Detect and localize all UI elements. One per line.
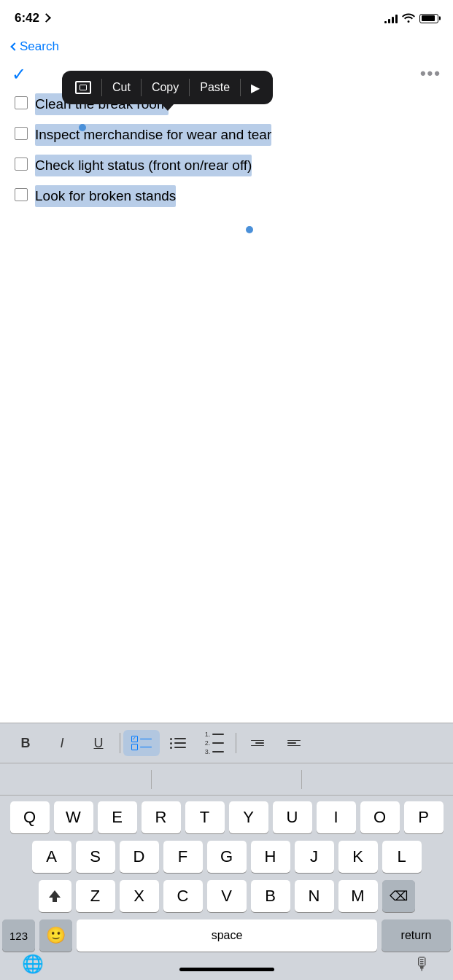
- delete-button[interactable]: ⌫: [382, 880, 415, 912]
- indent-left-icon: [251, 740, 264, 747]
- wifi-icon: [402, 12, 415, 25]
- key-Q[interactable]: Q: [10, 801, 50, 833]
- status-icons: [384, 12, 438, 25]
- item-text-4: Look for broken stands: [35, 185, 176, 207]
- indent-right-icon: [287, 740, 301, 747]
- microphone-icon[interactable]: 🎙: [414, 954, 431, 974]
- key-row-2: A S D F G H J K L: [2, 841, 451, 873]
- numbers-button[interactable]: 123: [2, 919, 35, 952]
- key-O[interactable]: O: [360, 801, 400, 833]
- key-M[interactable]: M: [338, 880, 378, 912]
- suggestion-1[interactable]: [1, 763, 151, 795]
- copy-button[interactable]: Copy: [142, 75, 189, 100]
- suggestion-3[interactable]: [302, 763, 452, 795]
- key-row-1: Q W E R T Y U I O P: [2, 801, 451, 833]
- key-Z[interactable]: Z: [76, 880, 115, 912]
- shift-button[interactable]: [39, 880, 71, 912]
- back-chevron-icon: [10, 42, 18, 50]
- key-V[interactable]: V: [207, 880, 247, 912]
- checklist-icon: [131, 736, 152, 750]
- key-T[interactable]: T: [185, 801, 225, 833]
- key-row-4: 123 🙂 space return: [2, 919, 451, 952]
- keyboard-rows: Q W E R T Y U I O P A S D F G H J K L: [0, 796, 453, 952]
- return-button[interactable]: return: [382, 919, 451, 952]
- key-I[interactable]: I: [317, 801, 356, 833]
- key-A[interactable]: A: [32, 841, 71, 873]
- checklist-button[interactable]: [123, 730, 160, 756]
- item-text-2: Inspect merchandise for wear and tear: [35, 124, 271, 146]
- key-W[interactable]: W: [54, 801, 93, 833]
- checkbox-2[interactable]: [15, 127, 28, 140]
- svg-marker-0: [49, 890, 61, 902]
- checkbox-3[interactable]: [15, 158, 28, 171]
- key-H[interactable]: H: [251, 841, 290, 873]
- numbered-list-button[interactable]: 1. 2. 3.: [196, 730, 233, 756]
- location-icon: [42, 13, 51, 23]
- key-K[interactable]: K: [338, 841, 378, 873]
- list-item: Look for broken stands: [15, 185, 438, 209]
- keyboard: Q W E R T Y U I O P A S D F G H J K L: [0, 763, 453, 980]
- key-S[interactable]: S: [76, 841, 115, 873]
- italic-button[interactable]: I: [44, 730, 80, 756]
- suggestion-2[interactable]: [152, 763, 301, 795]
- format-toolbar: B I U 1. 2. 3.: [0, 723, 453, 763]
- home-indicator: [179, 968, 274, 971]
- key-D[interactable]: D: [120, 841, 159, 873]
- checkbox-1[interactable]: [15, 96, 28, 109]
- key-N[interactable]: N: [295, 880, 334, 912]
- content-area: Clean the break room Inspect merchandise…: [0, 86, 453, 223]
- key-B[interactable]: B: [251, 880, 290, 912]
- list-item: Check light status (front on/rear off): [15, 155, 438, 178]
- numbered-list-icon: 1. 2. 3.: [205, 731, 225, 755]
- key-E[interactable]: E: [98, 801, 137, 833]
- key-P[interactable]: P: [404, 801, 444, 833]
- checkmark-button[interactable]: ✓: [12, 64, 26, 85]
- bullet-list-button[interactable]: [160, 730, 196, 756]
- select-all-icon: [75, 81, 91, 94]
- space-button[interactable]: space: [77, 919, 377, 952]
- more-button[interactable]: •••: [420, 64, 441, 83]
- key-C[interactable]: C: [163, 880, 203, 912]
- back-button[interactable]: Search: [12, 39, 59, 54]
- key-Y[interactable]: Y: [229, 801, 268, 833]
- context-menu: Cut Copy Paste ▶: [62, 71, 273, 104]
- more-actions-button[interactable]: ▶: [241, 75, 270, 101]
- cut-button[interactable]: Cut: [102, 75, 141, 100]
- nav-bar: Search: [0, 32, 453, 64]
- status-bar: 6:42: [0, 0, 453, 32]
- indent-left-button[interactable]: [239, 730, 276, 756]
- item-text-3: Check light status (front on/rear off): [35, 155, 252, 176]
- selection-handle-top: [79, 124, 86, 131]
- status-time: 6:42: [15, 11, 50, 26]
- globe-icon[interactable]: 🌐: [22, 954, 44, 974]
- select-all-button[interactable]: [65, 75, 101, 100]
- key-U[interactable]: U: [273, 801, 312, 833]
- checkbox-4[interactable]: [15, 188, 28, 201]
- key-row-3: Z X C V B N M ⌫: [2, 880, 451, 912]
- keyboard-suggestions: [0, 763, 453, 796]
- bold-button[interactable]: B: [7, 730, 44, 756]
- emoji-button[interactable]: 🙂: [39, 919, 72, 952]
- key-R[interactable]: R: [142, 801, 181, 833]
- paste-button[interactable]: Paste: [190, 75, 240, 100]
- key-G[interactable]: G: [207, 841, 247, 873]
- key-L[interactable]: L: [382, 841, 422, 873]
- selection-handle-bottom: [246, 226, 253, 233]
- back-label: Search: [20, 39, 59, 54]
- battery-icon: [419, 14, 438, 23]
- key-J[interactable]: J: [295, 841, 334, 873]
- key-X[interactable]: X: [120, 880, 159, 912]
- indent-right-button[interactable]: [276, 730, 312, 756]
- bullet-list-icon: [170, 738, 186, 749]
- signal-bars: [384, 13, 398, 23]
- key-F[interactable]: F: [163, 841, 203, 873]
- underline-button[interactable]: U: [80, 730, 117, 756]
